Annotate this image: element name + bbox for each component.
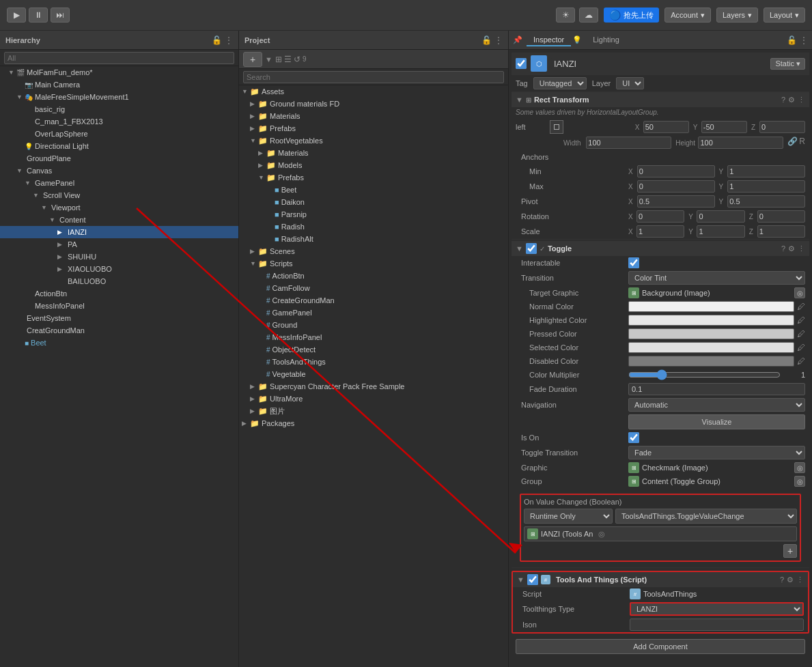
hierarchy-item-cman[interactable]: C_man_1_FBX2013 xyxy=(0,115,238,128)
project-item-radish[interactable]: ■ Radish xyxy=(239,221,508,233)
graphic-select-btn[interactable]: ◎ xyxy=(794,462,805,473)
project-icon2[interactable]: ☰ xyxy=(284,55,292,64)
hierarchy-item-groundplane[interactable]: GroundPlane xyxy=(0,152,238,165)
group-select-btn[interactable]: ◎ xyxy=(794,476,805,487)
project-item-scripts[interactable]: ▼ 📁 Scripts xyxy=(239,257,508,270)
pivot-x-input[interactable] xyxy=(637,195,715,208)
project-item-ground-script[interactable]: # Ground xyxy=(239,319,508,331)
project-item-images[interactable]: ▶ 📁 图片 xyxy=(239,405,508,417)
hierarchy-item-content[interactable]: ▼ Content xyxy=(0,214,238,226)
tools-settings-icon[interactable]: ⚙ xyxy=(787,576,794,584)
hierarchy-lock-icon[interactable]: 🔓 xyxy=(212,36,222,45)
tools-enable-checkbox[interactable] xyxy=(527,574,538,585)
project-menu-icon[interactable]: ⋮ xyxy=(494,36,503,45)
account-dropdown[interactable]: Account ▾ xyxy=(664,8,711,23)
rect-menu-icon[interactable]: ⋮ xyxy=(798,96,805,104)
hierarchy-item-scrollview[interactable]: ▼ Scroll View xyxy=(0,189,238,201)
hierarchy-item-overlapsphere[interactable]: OverLapSphere xyxy=(0,128,238,140)
project-item-supercyan[interactable]: ▶ 📁 Supercyan Character Pack Free Sample xyxy=(239,380,508,393)
project-item-materials[interactable]: ▶ 📁 Materials xyxy=(239,110,508,122)
toggle-menu-icon[interactable]: ⋮ xyxy=(798,244,805,253)
hierarchy-item-shuihu[interactable]: ▶ SHUIHU xyxy=(0,251,238,263)
hierarchy-item-canvas[interactable]: ▼ Canvas xyxy=(0,165,238,177)
project-item-ultramore[interactable]: ▶ 📁 UltraMore xyxy=(239,393,508,405)
project-item-creategroundman[interactable]: # CreateGroundMan xyxy=(239,294,508,307)
rot-z-input[interactable] xyxy=(757,210,805,223)
hierarchy-item-dirlight[interactable]: 💡 Directional Light xyxy=(0,140,238,152)
scale-x-input[interactable] xyxy=(636,225,684,238)
anchor-maxx-input[interactable] xyxy=(637,180,715,193)
hierarchy-item-viewport[interactable]: ▼ Viewport xyxy=(0,201,238,214)
hierarchy-menu-icon[interactable]: ⋮ xyxy=(225,36,233,45)
pivot-y-input[interactable] xyxy=(727,195,805,208)
project-item-toolsandthings[interactable]: # ToolsAndThings xyxy=(239,356,508,368)
layers-dropdown[interactable]: Layers ▾ xyxy=(716,8,758,23)
rect-settings-icon[interactable]: ⚙ xyxy=(788,96,795,104)
hierarchy-item-actionbtn[interactable]: ActionBtn xyxy=(0,287,238,300)
collab-button[interactable]: 🔵 抢先上传 xyxy=(604,8,659,23)
project-item-packages[interactable]: ▶ 📁 Packages xyxy=(239,417,508,429)
project-item-radishalt[interactable]: ■ RadishAlt xyxy=(239,233,508,245)
rot-x-input[interactable] xyxy=(636,210,684,223)
hierarchy-item-beet[interactable]: ■ Beet xyxy=(0,337,238,349)
toggle-header[interactable]: ▼ ✓ Toggle ? ⚙ ⋮ xyxy=(512,241,809,256)
normal-color-picker-icon[interactable]: 🖊 xyxy=(797,302,805,311)
project-item-rvmaterials[interactable]: ▶ 📁 Materials xyxy=(239,147,508,159)
rot-y-input[interactable] xyxy=(697,210,744,223)
project-item-rvmodels[interactable]: ▶ 📁 Models xyxy=(239,159,508,171)
toggle-help-icon[interactable]: ? xyxy=(781,244,785,253)
tag-select[interactable]: Untagged xyxy=(533,77,587,89)
anchor-miny-input[interactable] xyxy=(727,165,805,178)
event-method-select[interactable]: ToolsAndThings.ToggleValueChange xyxy=(615,509,797,524)
project-add-button[interactable]: + xyxy=(243,52,262,67)
project-item-gamepanel-script[interactable]: # GamePanel xyxy=(239,307,508,319)
static-dropdown[interactable]: Static ▾ xyxy=(770,58,805,70)
selected-color-picker-icon[interactable]: 🖊 xyxy=(797,343,805,352)
object-enable-checkbox[interactable] xyxy=(516,58,527,69)
fade-duration-input[interactable] xyxy=(628,383,805,395)
project-item-messinfopanel-script[interactable]: # MessInfoPanel xyxy=(239,331,508,343)
project-item-groundmat[interactable]: ▶ 📁 Ground materials FD xyxy=(239,98,508,110)
posx-input[interactable] xyxy=(643,121,689,133)
hierarchy-item-maincamera[interactable]: 📷 Main Camera xyxy=(0,79,238,91)
hierarchy-item-creatgroundman[interactable]: CreatGroundMan xyxy=(0,324,238,337)
tab-lighting[interactable]: Lighting xyxy=(586,34,626,46)
tools-header[interactable]: ▼ # Tools And Things (Script) ? ⚙ ⋮ xyxy=(513,572,808,587)
color-multiplier-slider[interactable] xyxy=(628,369,781,380)
event-obj-target-icon[interactable]: ◎ xyxy=(598,530,605,539)
visualize-button[interactable]: Visualize xyxy=(628,414,805,429)
project-item-assets[interactable]: ▼ 📁 Assets xyxy=(239,85,508,98)
layer-select[interactable]: UI xyxy=(616,77,644,89)
project-item-parsnip[interactable]: ■ Parsnip xyxy=(239,208,508,221)
target-graphic-select-btn[interactable]: ◎ xyxy=(794,287,805,298)
hierarchy-item-malefree[interactable]: ▼ 🎭 MaleFreeSimpleMovement1 xyxy=(0,91,238,103)
hierarchy-item-xiaoluobo[interactable]: ▶ XIAOLUOBO xyxy=(0,263,238,275)
tools-help-icon[interactable]: ? xyxy=(780,576,784,584)
tab-inspector[interactable]: Inspector xyxy=(527,34,571,46)
toggle-settings-icon[interactable]: ⚙ xyxy=(788,244,795,253)
interactable-checkbox[interactable] xyxy=(628,257,639,268)
add-component-button[interactable]: Add Component xyxy=(516,639,805,654)
project-item-camfollow[interactable]: # CamFollow xyxy=(239,282,508,294)
event-add-button[interactable]: + xyxy=(783,544,797,558)
event-runtime-select[interactable]: Runtime Only xyxy=(524,509,613,524)
toggle-enable-checkbox[interactable] xyxy=(526,243,537,254)
anchor-maxy-input[interactable] xyxy=(727,180,805,193)
ison-input[interactable] xyxy=(630,619,804,631)
project-item-daikon[interactable]: ■ Daikon xyxy=(239,196,508,208)
project-icon3[interactable]: ↺ xyxy=(294,55,300,64)
project-item-scenes[interactable]: ▶ 📁 Scenes xyxy=(239,245,508,257)
layout-dropdown[interactable]: Layout ▾ xyxy=(764,8,805,23)
highlighted-color-picker-icon[interactable]: 🖊 xyxy=(797,315,805,325)
hierarchy-item-gamepanel[interactable]: ▼ GamePanel xyxy=(0,177,238,189)
rect-transform-header[interactable]: ▼ ⊞ Rect Transform ? ⚙ ⋮ xyxy=(512,92,809,107)
hierarchy-item-eventsystem[interactable]: EventSystem xyxy=(0,312,238,324)
inspector-menu-icon[interactable]: ⋮ xyxy=(800,36,808,45)
project-icon1[interactable]: ⊞ xyxy=(275,55,282,64)
tools-menu-icon[interactable]: ⋮ xyxy=(796,576,804,584)
height-input[interactable] xyxy=(698,137,783,149)
hierarchy-item-bailuobo[interactable]: BAILUOBO xyxy=(0,275,238,287)
inspector-lock-icon[interactable]: 🔓 xyxy=(787,36,797,45)
size-reset-icon[interactable]: R xyxy=(799,137,805,149)
project-item-objectdetect[interactable]: # ObjectDetect xyxy=(239,343,508,356)
